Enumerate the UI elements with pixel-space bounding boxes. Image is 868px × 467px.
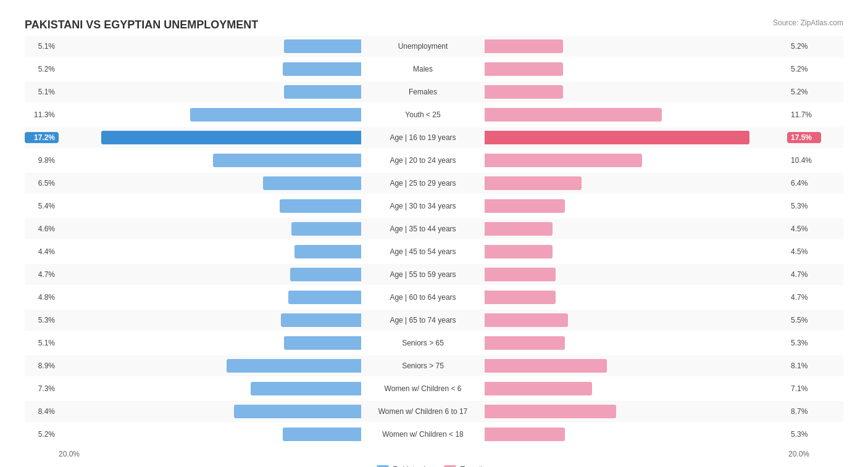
left-value: 8.9% (25, 362, 59, 370)
chart-row: 4.7%Age | 55 to 59 years4.7% (25, 264, 843, 285)
left-bar-container (59, 245, 361, 258)
right-bar-container (485, 199, 787, 213)
right-bar (485, 131, 749, 144)
chart-row: 6.5%Age | 25 to 29 years6.4% (25, 173, 843, 194)
center-label: Seniors > 75 (361, 362, 485, 370)
right-value: 5.2% (787, 65, 821, 73)
left-bar-container (59, 359, 361, 373)
left-value: 4.8% (25, 293, 59, 302)
right-bar (485, 268, 556, 281)
chart-row: 4.4%Age | 45 to 54 years4.5% (25, 241, 843, 262)
left-bar-container (59, 405, 361, 418)
chart-row: 8.9%Seniors > 758.1% (25, 355, 843, 376)
right-bar-container (485, 336, 787, 350)
bottom-axis: 20.0% 20.0% (25, 450, 843, 458)
center-label: Youth < 25 (361, 110, 485, 119)
right-bar (485, 85, 563, 99)
right-value: 5.3% (787, 202, 821, 210)
left-bar (290, 268, 361, 281)
right-bar-container (485, 291, 787, 304)
left-value: 6.5% (25, 179, 59, 188)
right-bar-container (485, 313, 787, 327)
center-label: Unemployment (361, 42, 485, 51)
axis-left-spacer (25, 450, 59, 458)
left-bar (291, 222, 361, 236)
left-bar (251, 382, 361, 395)
left-value: 4.7% (25, 270, 59, 279)
left-bar-container (59, 428, 361, 441)
chart-row: 5.2%Women w/ Children < 185.3% (25, 424, 843, 445)
center-label: Age | 35 to 44 years (361, 225, 485, 233)
left-value: 5.4% (25, 202, 59, 210)
left-value: 4.6% (25, 225, 59, 233)
right-bar-container (485, 176, 787, 190)
right-value: 5.5% (787, 316, 821, 324)
center-label: Age | 55 to 59 years (361, 270, 485, 279)
right-bar (485, 245, 553, 258)
chart-row: 5.4%Age | 30 to 34 years5.3% (25, 196, 843, 217)
chart-row: 5.1%Females5.2% (25, 81, 843, 102)
left-bar (284, 39, 361, 53)
right-value: 8.1% (787, 362, 821, 370)
right-bar (485, 405, 616, 418)
axis-label-left: 20.0% (59, 450, 80, 458)
center-label: Males (361, 65, 485, 73)
center-label: Seniors > 65 (361, 339, 485, 347)
left-bar (213, 154, 361, 167)
center-label: Age | 30 to 34 years (361, 202, 485, 210)
left-value: 5.1% (25, 339, 59, 347)
left-bar-container (59, 85, 361, 99)
left-bar (288, 291, 361, 304)
left-bar (284, 336, 361, 350)
left-bar-container (59, 291, 361, 304)
right-bar (485, 336, 565, 350)
right-bar (485, 313, 568, 327)
chart-row: 9.8%Age | 20 to 24 years10.4% (25, 150, 843, 171)
right-value: 8.7% (787, 407, 821, 416)
left-bar-container (59, 108, 361, 122)
legend-label-pakistani: Pakistani (393, 465, 425, 467)
chart-container: PAKISTANI VS EGYPTIAN UNEMPLOYMENT Sourc… (12, 12, 856, 467)
right-bar (485, 199, 565, 213)
left-value: 5.1% (25, 42, 59, 51)
left-value: 11.3% (25, 110, 59, 119)
left-value: 4.4% (25, 247, 59, 256)
center-label: Age | 60 to 64 years (361, 293, 485, 302)
chart-row: 17.2%Age | 16 to 19 years17.5% (25, 127, 843, 148)
chart-row: 11.3%Youth < 2511.7% (25, 104, 843, 125)
right-bar (485, 176, 582, 190)
center-label: Age | 25 to 29 years (361, 179, 485, 188)
right-bar-container (485, 382, 787, 395)
legend-label-egyptian: Egyptian (460, 465, 491, 467)
left-value: 5.3% (25, 316, 59, 324)
right-value: 5.3% (787, 339, 821, 347)
legend-swatch-pakistani (377, 465, 389, 468)
left-bar-container (59, 222, 361, 236)
left-bar (263, 176, 361, 190)
right-bar-container (485, 428, 787, 441)
left-bar-container (59, 62, 361, 76)
legend: Pakistani Egyptian (25, 465, 843, 467)
right-value: 6.4% (787, 179, 821, 188)
left-value: 17.2% (25, 132, 59, 143)
left-bar (280, 199, 361, 213)
right-bar (485, 428, 565, 441)
right-bar (485, 222, 553, 236)
left-bar (284, 85, 361, 99)
left-value: 9.8% (25, 156, 59, 165)
chart-row: 4.8%Age | 60 to 64 years4.7% (25, 287, 843, 308)
left-bar (281, 313, 361, 327)
left-bar-container (59, 313, 361, 327)
left-bar-container (59, 199, 361, 213)
left-bar-container (59, 39, 361, 53)
center-label: Age | 45 to 54 years (361, 247, 485, 256)
right-bar-container (485, 108, 787, 122)
right-bar-container (485, 405, 787, 418)
right-value: 7.1% (787, 384, 821, 393)
right-bar-container (485, 359, 787, 373)
center-label: Age | 16 to 19 years (361, 133, 485, 142)
chart-row: 5.1%Seniors > 655.3% (25, 333, 843, 353)
right-value: 5.3% (787, 430, 821, 439)
right-bar-container (485, 85, 787, 99)
right-bar-container (485, 62, 787, 76)
